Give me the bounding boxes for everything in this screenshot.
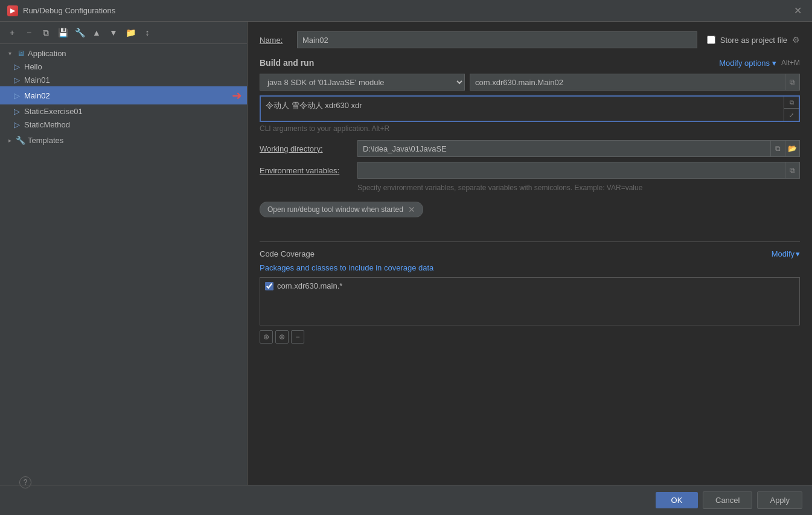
coverage-item-label: com.xdr630.main.* [277, 281, 342, 290]
templates-label: Templates [28, 136, 63, 145]
remove-coverage-button[interactable]: − [291, 330, 304, 344]
folder-button[interactable]: 📁 [123, 25, 138, 40]
environment-variables-copy-button[interactable]: ⧉ [785, 162, 799, 178]
open-debug-label: Open run/debug tool window when started [267, 205, 403, 214]
add-class-icon: ⊕ [279, 333, 285, 341]
sdk-class-row: java 8 SDK of '01JavaSE' module ⧉ [260, 74, 800, 91]
environment-variables-input[interactable] [358, 164, 785, 178]
help-button[interactable]: ? [19, 476, 31, 488]
save-config-button[interactable]: 💾 [56, 25, 70, 40]
title-bar: ▶ Run/Debug Configurations ✕ [0, 0, 812, 22]
add-package-icon: ⊕ [263, 333, 269, 341]
code-coverage-header: Code Coverage Modify ▾ [260, 242, 800, 258]
sdk-select[interactable]: java 8 SDK of '01JavaSE' module [260, 74, 465, 91]
cli-args-copy-button[interactable]: ⧉ [784, 97, 799, 109]
move-up-button[interactable]: ▲ [89, 25, 104, 40]
copy-config-button[interactable]: ⧉ [39, 25, 53, 40]
environment-variables-label: Environment variables: [260, 166, 350, 175]
remove-icon: − [295, 333, 299, 341]
main01-icon: ▷ [12, 75, 22, 85]
main-container: + − ⧉ 💾 🔧 ▲ ▼ 📁 ↕ ▾ 🖥 Application ▷ Hell… [0, 22, 812, 515]
sidebar-item-staticmethod[interactable]: ▷ StaticMethod [0, 118, 247, 131]
main02-icon: ▷ [12, 91, 22, 100]
arrow-indicator: ➜ [232, 88, 242, 103]
wrench-button[interactable]: 🔧 [72, 25, 87, 40]
working-directory-input[interactable] [358, 142, 770, 156]
application-folder-icon: 🖥 [16, 48, 25, 58]
cancel-button[interactable]: Cancel [703, 491, 752, 509]
add-config-button[interactable]: + [5, 25, 19, 40]
store-project-checkbox[interactable] [707, 36, 715, 44]
tree-application-group[interactable]: ▾ 🖥 Application [0, 46, 247, 60]
config-toolbar: + − ⧉ 💾 🔧 ▲ ▼ 📁 ↕ [0, 22, 247, 44]
open-debug-chip: Open run/debug tool window when started … [260, 202, 423, 217]
cli-args-hint: CLI arguments to your application. Alt+R [260, 124, 800, 133]
class-input[interactable] [470, 75, 785, 89]
environment-variables-input-row: ⧉ [357, 162, 800, 179]
cli-args-inner: ⧉ ⤢ [261, 97, 799, 121]
app-icon: ▶ [7, 5, 18, 16]
environment-variables-hint: Specify environment variables, separate … [357, 184, 800, 192]
close-button[interactable]: ✕ [790, 4, 805, 18]
move-down-button[interactable]: ▼ [106, 25, 121, 40]
staticmethod-icon: ▷ [12, 120, 22, 129]
modify-options-link[interactable]: Modify options ▾ [719, 59, 776, 68]
build-run-title: Build and run [260, 58, 314, 68]
build-run-header: Build and run Modify options ▾ Alt+M [260, 58, 800, 68]
title-bar-text: Run/Debug Configurations [23, 6, 115, 15]
modify-options-shortcut: Alt+M [781, 59, 800, 67]
tree-templates-group[interactable]: ▸ 🔧 Templates [0, 133, 247, 147]
sidebar: + − ⧉ 💾 🔧 ▲ ▼ 📁 ↕ ▾ 🖥 Application ▷ Hell… [0, 22, 248, 515]
name-input[interactable] [297, 31, 697, 48]
working-directory-row: Working directory: ⧉ 📂 [260, 140, 800, 157]
coverage-list: com.xdr630.main.* [260, 277, 800, 325]
apply-button[interactable]: Apply [757, 491, 802, 509]
working-directory-input-row: ⧉ 📂 [357, 140, 800, 157]
add-package-button[interactable]: ⊕ [260, 330, 273, 344]
coverage-description: Packages and classes to include in cover… [260, 263, 800, 272]
working-directory-label: Working directory: [260, 144, 350, 153]
bottom-bar: ? OK Cancel Apply [0, 485, 812, 515]
templates-expand-icon: ▸ [5, 135, 14, 145]
cli-args-expand-button[interactable]: ⤢ [784, 109, 799, 121]
class-input-row: ⧉ [470, 74, 800, 91]
sidebar-item-staticexercise01[interactable]: ▷ StaticExercise01 [0, 104, 247, 118]
store-gear-icon[interactable]: ⚙ [792, 35, 800, 45]
coverage-toolbar: ⊕ ⊕ − [260, 330, 800, 344]
hello-icon: ▷ [12, 62, 22, 71]
right-panel: Name: Store as project file ⚙ Build and … [248, 22, 812, 515]
cli-args-buttons: ⧉ ⤢ [784, 97, 799, 121]
remove-config-button[interactable]: − [22, 25, 36, 40]
working-directory-copy-button[interactable]: ⧉ [770, 141, 785, 156]
add-class-button[interactable]: ⊕ [275, 330, 289, 344]
name-label: Name: [260, 36, 290, 45]
sidebar-item-main02[interactable]: ▷ Main02 ➜ [0, 86, 247, 104]
staticexercise01-icon: ▷ [12, 106, 22, 116]
class-copy-button[interactable]: ⧉ [785, 74, 799, 90]
environment-variables-row: Environment variables: ⧉ [260, 162, 800, 179]
store-project-row: Store as project file ⚙ [707, 35, 800, 45]
sort-button[interactable]: ↕ [140, 25, 155, 40]
open-debug-close-button[interactable]: ✕ [408, 205, 415, 214]
application-group-label: Application [28, 49, 66, 58]
store-project-label: Store as project file [720, 36, 787, 45]
sidebar-item-hello[interactable]: ▷ Hello [0, 60, 247, 73]
coverage-item: com.xdr630.main.* [263, 280, 797, 292]
sidebar-item-main01[interactable]: ▷ Main01 [0, 73, 247, 86]
code-coverage-modify-link[interactable]: Modify ▾ [772, 249, 800, 258]
cli-args-input[interactable] [261, 97, 784, 121]
ok-button[interactable]: OK [656, 492, 698, 508]
working-directory-browse-button[interactable]: 📂 [785, 141, 799, 156]
templates-wrench-icon: 🔧 [16, 135, 25, 145]
coverage-item-checkbox[interactable] [265, 282, 273, 290]
cli-args-container: ⧉ ⤢ [260, 95, 800, 122]
config-tree: ▾ 🖥 Application ▷ Hello ▷ Main01 ▷ Main0… [0, 44, 247, 515]
code-coverage-title: Code Coverage [260, 249, 315, 258]
expand-icon: ▾ [5, 48, 14, 58]
